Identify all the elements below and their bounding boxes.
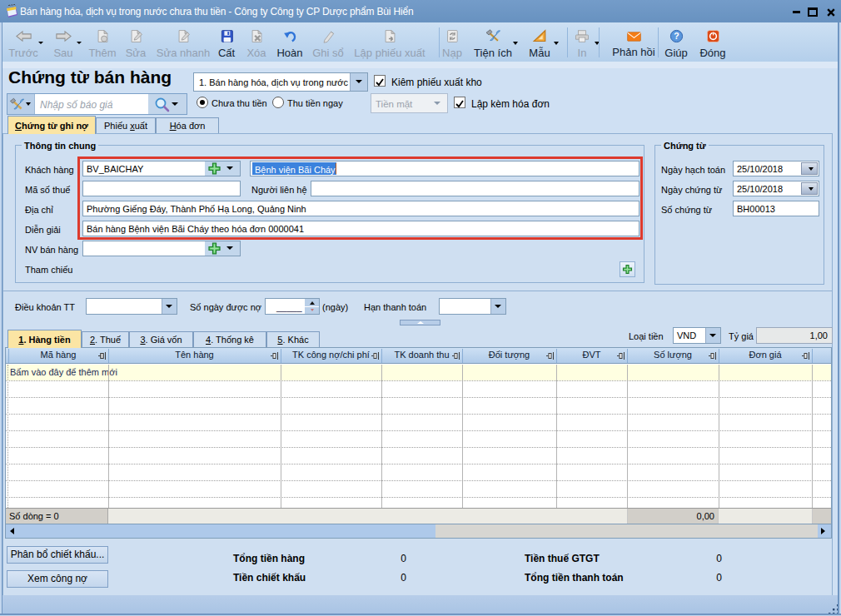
svg-text:?: ? (674, 31, 679, 41)
